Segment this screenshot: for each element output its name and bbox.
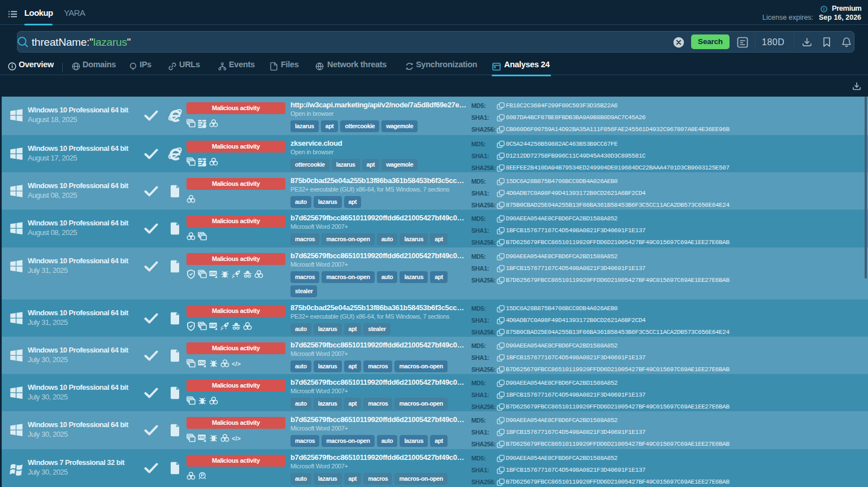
svg-text:EXE: EXE xyxy=(199,436,205,439)
svg-text:EXE: EXE xyxy=(210,324,216,327)
svg-text:EXE: EXE xyxy=(210,272,216,275)
svg-text:P: P xyxy=(201,472,204,478)
svg-text:EXE: EXE xyxy=(199,361,205,364)
